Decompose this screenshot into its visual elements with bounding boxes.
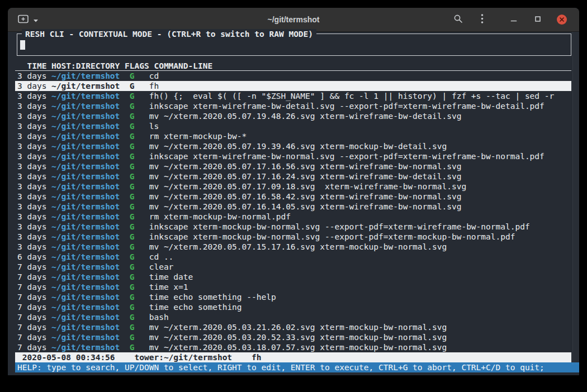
row-flags: G [130, 273, 135, 281]
new-terminal-button[interactable] [17, 13, 40, 26]
row-time: 3 days [17, 222, 46, 231]
row-command: inkscape xterm-mockup-bw-normal.svg --ex… [149, 222, 530, 231]
row-command: ls [149, 122, 159, 131]
help-bar: HELP: type to search, UP/DOWN to select,… [15, 362, 579, 372]
menu-button[interactable] [475, 12, 489, 27]
row-flags: G [130, 232, 135, 241]
row-time: 3 days [17, 192, 46, 201]
row-time: 7 days [17, 293, 46, 302]
row-directory: ~/git/termshot [51, 71, 120, 80]
chevron-down-icon [33, 16, 39, 24]
row-time: 3 days [17, 212, 46, 221]
history-row[interactable]: 3 days~/git/termshotGinkscape xterm-mock… [15, 222, 571, 232]
history-row[interactable]: 3 days~/git/termshotGfh() {; eval $( ([ … [15, 91, 571, 101]
row-command: mv ~/xterm.2020.05.03.18.07.57.svg xterm… [149, 343, 447, 352]
row-flags: G [130, 152, 135, 161]
resh-search-box: RESH CLI - CONTEXTUAL MODE - (CTRL+R to … [17, 34, 571, 56]
history-row[interactable]: 3 days~/git/termshotGmv ~/xterm.2020.05.… [15, 161, 571, 171]
row-command: bash [149, 313, 169, 322]
row-flags: G [130, 242, 135, 251]
row-time: 3 days [17, 82, 46, 90]
row-flags: G [130, 172, 135, 181]
history-row[interactable]: 3 days~/git/termshotGmv ~/xterm.2020.05.… [15, 111, 571, 121]
history-row[interactable]: 3 days~/git/termshotGmv ~/xterm.2020.05.… [15, 171, 571, 181]
titlebar: ~/git/termshot [8, 8, 579, 32]
history-row[interactable]: 3 days~/git/termshotGmv ~/xterm.2020.05.… [15, 141, 571, 151]
row-time: 7 days [17, 262, 46, 271]
history-row[interactable]: 3 days~/git/termshotGfh [15, 81, 571, 91]
row-directory: ~/git/termshot [51, 303, 120, 312]
row-command: mv ~/xterm.2020.05.07.15.17.16.svg xterm… [149, 242, 447, 251]
row-flags: G [130, 192, 135, 201]
row-time: 7 days [17, 313, 46, 322]
row-command: time echo something [149, 303, 242, 312]
history-row[interactable]: 3 days~/git/termshotGmv ~/xterm.2020.05.… [15, 192, 571, 202]
row-directory: ~/git/termshot [51, 273, 120, 281]
row-time: 7 days [17, 323, 46, 332]
history-row[interactable]: 3 days~/git/termshotGmv ~/xterm.2020.05.… [15, 181, 571, 192]
row-directory: ~/git/termshot [51, 142, 120, 151]
row-time: 3 days [17, 172, 46, 181]
history-row[interactable]: 3 days~/git/termshotGcd [15, 71, 571, 81]
row-directory: ~/git/termshot [51, 82, 120, 90]
row-flags: G [130, 132, 135, 141]
row-command: mv ~/xterm.2020.05.07.16.58.42.svg xterm… [149, 192, 462, 201]
terminal-content: RESH CLI - CONTEXTUAL MODE - (CTRL+R to … [8, 32, 579, 375]
search-button[interactable] [451, 12, 465, 27]
row-command: inkscape xterm-wireframe-bw-normal.svg -… [149, 152, 545, 161]
history-row[interactable]: 3 days~/git/termshotGinkscape xterm-wire… [15, 101, 571, 111]
row-directory: ~/git/termshot [51, 343, 120, 352]
row-directory: ~/git/termshot [51, 182, 120, 191]
history-row[interactable]: 7 days~/git/termshotGtime echo something… [15, 292, 571, 302]
history-row[interactable]: 7 days~/git/termshotGtime echo something [15, 302, 571, 312]
row-flags: G [130, 212, 135, 221]
status-datetime: 2020-05-08 00:34:56 [22, 353, 115, 362]
row-directory: ~/git/termshot [51, 212, 120, 221]
row-time: 7 days [17, 273, 46, 281]
scrollbar[interactable] [572, 32, 579, 365]
row-command: cd [149, 71, 159, 80]
history-row[interactable]: 3 days~/git/termshotGinkscape xterm-mock… [15, 232, 571, 242]
row-flags: G [130, 71, 135, 80]
minimize-button[interactable] [506, 12, 521, 27]
minimize-icon [510, 15, 518, 25]
history-row[interactable]: 7 days~/git/termshotGmv ~/xterm.2020.05.… [15, 322, 571, 332]
row-directory: ~/git/termshot [51, 192, 120, 201]
history-row[interactable]: 6 days~/git/termshotGcd .. [15, 252, 571, 262]
row-flags: G [130, 283, 135, 291]
history-row[interactable]: 3 days~/git/termshotGmv ~/xterm.2020.05.… [15, 202, 571, 212]
search-input[interactable] [17, 34, 571, 55]
row-time: 3 days [17, 242, 46, 251]
row-directory: ~/git/termshot [51, 262, 120, 271]
row-time: 7 days [17, 303, 46, 312]
row-flags: G [130, 323, 135, 332]
row-directory: ~/git/termshot [51, 283, 120, 291]
row-command: mv ~/xterm.2020.05.07.16.14.05.svg xterm… [149, 202, 462, 211]
restore-button[interactable] [531, 12, 545, 27]
row-flags: G [130, 252, 135, 261]
search-icon [453, 14, 463, 25]
row-time: 7 days [17, 333, 46, 342]
row-directory: ~/git/termshot [51, 152, 120, 161]
history-row[interactable]: 7 days~/git/termshotGmv ~/xterm.2020.05.… [15, 332, 571, 342]
status-host-directory: tower:~/git/termshot [135, 353, 233, 362]
kebab-menu-icon [481, 13, 484, 26]
history-row[interactable]: 7 days~/git/termshotGtime x=1 [15, 282, 571, 292]
row-directory: ~/git/termshot [51, 122, 120, 131]
row-time: 3 days [17, 112, 46, 121]
close-button[interactable] [555, 12, 569, 27]
history-row[interactable]: 7 days~/git/termshotGtime date [15, 272, 571, 282]
row-directory: ~/git/termshot [51, 333, 120, 342]
history-row[interactable]: 3 days~/git/termshotGrm xterm-mockup-bw-… [15, 212, 571, 222]
history-row[interactable]: 3 days~/git/termshotGmv ~/xterm.2020.05.… [15, 242, 571, 252]
history-row[interactable]: 3 days~/git/termshotGinkscape xterm-wire… [15, 151, 571, 161]
history-row[interactable]: 3 days~/git/termshotGrm xterm-mockup-bw-… [15, 131, 571, 141]
history-row[interactable]: 3 days~/git/termshotGls [15, 121, 571, 131]
history-row[interactable]: 7 days~/git/termshotGclear [15, 262, 571, 272]
history-row[interactable]: 7 days~/git/termshotGbash [15, 312, 571, 322]
row-command: mv ~/xterm.2020.05.07.19.39.46.svg xterm… [149, 142, 447, 151]
row-time: 3 days [17, 102, 46, 111]
row-command: mv ~/xterm.2020.05.07.19.48.26.svg xterm… [149, 112, 462, 121]
history-row[interactable]: 7 days~/git/termshotGmv ~/xterm.2020.05.… [15, 342, 571, 352]
row-time: 3 days [17, 202, 46, 211]
